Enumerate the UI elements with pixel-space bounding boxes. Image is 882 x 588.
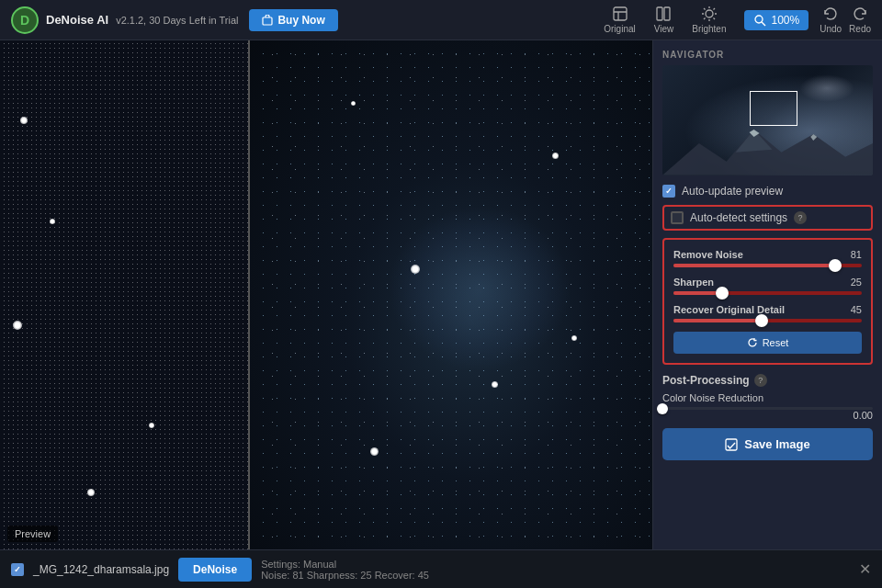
color-noise-value: 0.00 <box>854 410 873 421</box>
sharpen-label: Sharpen <box>673 277 714 288</box>
star-bright <box>571 335 577 341</box>
sharpen-label-row: Sharpen 25 <box>673 277 862 288</box>
navigator-section: NAVIGATOR <box>662 50 873 175</box>
star-bright <box>492 381 498 388</box>
star <box>149 423 154 428</box>
brighten-tool[interactable]: Brighten <box>692 6 726 34</box>
right-sidebar: NAVIGATOR Auto-update preview <box>652 40 882 549</box>
post-processing-section: Post-Processing ? Color Noise Reduction … <box>662 374 873 421</box>
reset-icon <box>747 337 758 348</box>
after-image <box>250 40 652 549</box>
remove-noise-thumb[interactable] <box>829 259 842 272</box>
color-noise-value-row: 0.00 <box>662 410 873 421</box>
svg-rect-0 <box>263 17 272 25</box>
header-tools: Original View Brighten 100% <box>604 6 808 34</box>
undo-button[interactable]: Undo <box>820 6 842 34</box>
auto-update-label: Auto-update preview <box>682 185 783 198</box>
recover-track[interactable] <box>673 319 862 322</box>
star <box>13 321 22 330</box>
before-image <box>0 40 248 549</box>
recover-fill <box>673 319 762 322</box>
navigator-viewport-box <box>750 91 797 126</box>
post-processing-help-icon[interactable]: ? <box>754 374 767 387</box>
post-processing-title-row: Post-Processing ? <box>662 374 873 387</box>
milky-way <box>388 206 571 371</box>
recover-row: Recover Original Detail 45 <box>673 304 862 322</box>
recover-label-row: Recover Original Detail 45 <box>673 304 862 315</box>
auto-detect-checkbox[interactable] <box>671 211 684 224</box>
svg-line-9 <box>704 8 706 10</box>
denoise-button[interactable]: DeNoise <box>178 558 252 582</box>
star <box>20 117 28 124</box>
star-bright <box>351 101 356 106</box>
app-header: D DeNoise AI v2.1.2, 30 Days Left in Tri… <box>0 0 882 40</box>
star <box>50 219 55 224</box>
settings-line2: Noise: 81 Sharpness: 25 Recover: 45 <box>261 570 850 581</box>
view-icon <box>655 6 672 22</box>
sharpen-track[interactable] <box>673 291 862 295</box>
preview-label: Preview <box>7 526 58 542</box>
svg-rect-3 <box>664 7 670 20</box>
svg-line-14 <box>762 22 765 26</box>
svg-line-10 <box>713 18 715 20</box>
remove-noise-label: Remove Noise <box>673 249 743 260</box>
auto-detect-row: Auto-detect settings ? <box>662 205 873 231</box>
auto-update-row: Auto-update preview <box>662 185 873 198</box>
remove-noise-fill <box>673 264 835 267</box>
post-processing-title: Post-Processing <box>662 374 750 387</box>
app-name: DeNoise AI <box>46 13 108 27</box>
svg-line-11 <box>713 8 715 10</box>
star-bright <box>552 153 559 159</box>
logo-area: D DeNoise AI v2.1.2, 30 Days Left in Tri… <box>11 6 238 34</box>
redo-button[interactable]: Redo <box>849 6 871 34</box>
view-tool[interactable]: View <box>654 6 674 34</box>
svg-rect-2 <box>657 7 662 20</box>
main-content: Preview NAVIGATOR <box>0 40 882 549</box>
star-bright <box>411 265 420 274</box>
buy-icon <box>262 15 273 26</box>
undo-redo-area: Undo Redo <box>820 6 871 34</box>
app-logo: D <box>11 6 39 34</box>
original-icon <box>612 6 628 22</box>
auto-detect-help-icon[interactable]: ? <box>794 211 807 224</box>
star-bright <box>370 447 379 456</box>
zoom-button[interactable]: 100% <box>744 10 808 30</box>
remove-noise-track[interactable] <box>673 264 862 267</box>
sharpen-value: 25 <box>851 277 862 288</box>
auto-update-checkbox[interactable] <box>662 185 675 198</box>
sharpen-thumb[interactable] <box>716 287 729 300</box>
settings-line1: Settings: Manual <box>261 559 850 570</box>
navigator-title: NAVIGATOR <box>662 50 873 60</box>
settings-info: Settings: Manual Noise: 81 Sharpness: 25… <box>261 559 850 581</box>
cloud-highlight <box>799 74 854 102</box>
navigator-thumbnail <box>662 65 873 175</box>
buy-now-button[interactable]: Buy Now <box>249 9 337 31</box>
svg-rect-19 <box>726 439 737 450</box>
recover-value: 45 <box>851 304 862 315</box>
sharpen-row: Sharpen 25 <box>673 277 862 295</box>
save-image-button[interactable]: Save Image <box>662 428 873 460</box>
reset-button[interactable]: Reset <box>673 332 862 354</box>
redo-icon <box>852 6 868 22</box>
close-bottom-button[interactable]: ✕ <box>859 560 871 578</box>
color-noise-track[interactable] <box>662 407 873 410</box>
auto-detect-label: Auto-detect settings <box>690 211 787 224</box>
svg-point-4 <box>706 10 713 17</box>
color-noise-label: Color Noise Reduction <box>662 392 873 403</box>
zoom-icon <box>753 14 766 27</box>
svg-marker-15 <box>662 130 873 175</box>
brighten-icon <box>701 6 718 22</box>
svg-line-12 <box>704 18 706 20</box>
svg-rect-1 <box>614 7 627 20</box>
undo-icon <box>822 6 839 22</box>
sharpen-fill <box>673 291 722 295</box>
original-tool[interactable]: Original <box>604 6 635 34</box>
recover-thumb[interactable] <box>755 314 768 327</box>
color-noise-thumb[interactable] <box>657 403 668 414</box>
file-checkbox[interactable] <box>11 563 24 576</box>
svg-point-13 <box>755 16 763 23</box>
star <box>87 489 95 496</box>
remove-noise-row: Remove Noise 81 <box>673 249 862 267</box>
noisy-background <box>0 40 248 549</box>
bottom-bar: _MG_1242_dharamsala.jpg DeNoise Settings… <box>0 549 882 588</box>
